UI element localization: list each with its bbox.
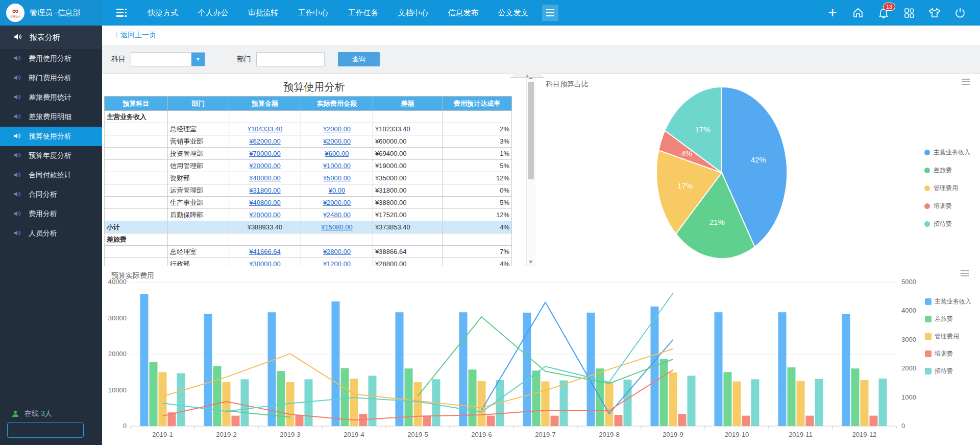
sidebar-item[interactable]: 预算使用分析	[0, 127, 102, 146]
amount-link[interactable]: ¥41666.64	[249, 248, 280, 255]
top-menu-item[interactable]: 文档中心	[398, 8, 429, 18]
table-cell: ¥15080.00	[301, 221, 373, 233]
sidebar-item[interactable]: 合同分析	[0, 185, 102, 204]
table-cell: ¥600.00	[301, 148, 373, 160]
amount-link[interactable]: ¥2800.00	[323, 248, 351, 255]
sidebar-collapse-icon[interactable]	[116, 9, 127, 17]
table-row: 小计¥388933.40¥15080.00¥373853.404%	[105, 221, 512, 233]
scrollbar-thumb[interactable]	[528, 82, 534, 179]
sidebar-item[interactable]: 预算年度分析	[0, 146, 102, 166]
chart-menu-icon[interactable]	[961, 270, 969, 276]
table-cell: ¥38800.00	[373, 197, 443, 209]
table-cell: ¥31800.00	[373, 184, 443, 197]
legend-item[interactable]: 招待费	[925, 367, 971, 375]
home-icon[interactable]	[851, 6, 865, 19]
person-icon	[11, 410, 19, 418]
speaker-icon	[13, 229, 21, 239]
subject-select[interactable]: ▼	[131, 52, 205, 66]
theme-shirt-icon[interactable]	[928, 6, 941, 19]
search-button[interactable]: 查询	[338, 52, 380, 66]
amount-link[interactable]: ¥70000.00	[249, 150, 280, 157]
dept-input[interactable]	[256, 52, 325, 66]
top-menu-item[interactable]: 工作任务	[348, 8, 379, 18]
legend-marker	[924, 168, 930, 173]
back-link[interactable]: 〈 返回上一页	[111, 31, 156, 40]
amount-link[interactable]: ¥20000.00	[249, 211, 280, 219]
sidebar-item[interactable]: 部门费用分析	[0, 68, 102, 88]
top-menu-item[interactable]: 个人办公	[198, 8, 229, 18]
sidebar-item-label: 人员分析	[29, 229, 57, 238]
apps-grid-icon[interactable]	[902, 6, 916, 19]
sidebar-item[interactable]: 差旅费用明细	[0, 107, 102, 127]
sidebar-item[interactable]: 人员分析	[0, 224, 102, 243]
table-cell	[229, 111, 301, 123]
table-cell: ¥5000.00	[301, 172, 373, 184]
amount-link[interactable]: ¥1200.00	[323, 260, 351, 266]
legend-item[interactable]: 招待费	[924, 220, 970, 228]
legend-item[interactable]: 差旅费	[924, 166, 970, 174]
legend-item[interactable]: 培训费	[925, 350, 971, 358]
table-cell: 运营管理部	[168, 184, 229, 197]
left-axis-label: 30000	[108, 314, 127, 322]
amount-link[interactable]: ¥40800.00	[249, 199, 280, 206]
table-cell: 总经理室	[168, 123, 229, 135]
budget-table-body: 主营业务收入总经理室¥104333.40¥2000.00¥102333.402%…	[105, 111, 512, 267]
amount-link[interactable]: ¥2000.00	[323, 137, 351, 145]
legend-item[interactable]: 培训费	[924, 202, 970, 210]
speaker-icon	[13, 151, 21, 161]
chevron-down-icon[interactable]: ▼	[191, 53, 205, 66]
sidebar-item[interactable]: 费用分析	[0, 204, 102, 224]
sidebar-item[interactable]: 费用使用分析	[0, 49, 102, 68]
menu-more-button[interactable]	[542, 5, 558, 21]
legend-marker	[925, 350, 932, 357]
collapse-handle[interactable]: ▲	[510, 73, 544, 78]
chart-menu-icon[interactable]	[962, 79, 970, 85]
legend-item[interactable]: 管理费用	[925, 333, 971, 340]
table-cell: 行政部	[168, 258, 229, 267]
amount-link[interactable]: ¥40000.00	[249, 174, 280, 182]
table-cell	[105, 135, 168, 148]
amount-link[interactable]: ¥2000.00	[323, 199, 351, 206]
top-menu-item[interactable]: 信息发布	[448, 8, 479, 18]
sidebar-item[interactable]: 差旅费用统计	[0, 88, 102, 107]
notifications-bell-icon[interactable]: 13	[877, 6, 890, 19]
add-icon[interactable]: +	[826, 6, 839, 19]
amount-link[interactable]: ¥1000.00	[323, 162, 351, 170]
amount-link[interactable]: ¥30000.00	[249, 260, 280, 266]
top-menu-item[interactable]: 公文发文	[498, 8, 529, 18]
table-cell: 小计	[105, 221, 168, 233]
logout-power-icon[interactable]	[953, 6, 967, 19]
amount-link[interactable]: ¥31800.00	[249, 186, 280, 194]
top-menu-item[interactable]: 审批流转	[248, 8, 279, 18]
top-icon-group: + 13	[826, 6, 980, 19]
amount-link[interactable]: ¥15080.00	[321, 223, 352, 231]
amount-link[interactable]: ¥600.00	[325, 150, 349, 157]
amount-link[interactable]: ¥2000.00	[323, 125, 351, 133]
speaker-icon	[13, 112, 21, 122]
amount-link[interactable]: ¥104333.40	[248, 125, 283, 133]
legend-item[interactable]: 主营业务收入	[925, 298, 971, 306]
amount-link[interactable]: ¥2480.00	[323, 211, 351, 219]
sidebar-item-label: 费用分析	[29, 209, 57, 219]
sidebar-search-input[interactable]	[8, 423, 106, 437]
table-cell	[229, 233, 301, 246]
table-cell: ¥2480.00	[301, 209, 373, 221]
legend-item[interactable]: 差旅费	[925, 315, 971, 323]
amount-link[interactable]: ¥20000.00	[249, 162, 280, 170]
sidebar-group-label: 报表分析	[30, 33, 60, 42]
table-cell: ¥19000.00	[373, 160, 443, 172]
sidebar-group-report-analysis[interactable]: 报表分析	[0, 26, 102, 49]
scroll-down-arrow[interactable]	[529, 261, 533, 264]
table-row: 信用管理部¥20000.00¥1000.00¥19000.005%	[105, 160, 512, 172]
amount-link[interactable]: ¥5000.00	[323, 174, 351, 182]
legend-item[interactable]: 管理费用	[924, 184, 970, 192]
legend-item[interactable]: 主营业务收入	[924, 148, 970, 156]
amount-link[interactable]: ¥62000.00	[249, 137, 280, 145]
current-user-label: 管理员 -信息部	[30, 8, 80, 18]
sidebar-item[interactable]: 合同付款统计	[0, 166, 102, 185]
table-cell: ¥31800.00	[229, 184, 301, 197]
pie-slice-label: 4%	[681, 149, 692, 158]
amount-link[interactable]: ¥0.00	[329, 186, 346, 194]
top-menu-item[interactable]: 快捷方式	[148, 8, 179, 18]
top-menu-item[interactable]: 工作中心	[298, 8, 329, 18]
